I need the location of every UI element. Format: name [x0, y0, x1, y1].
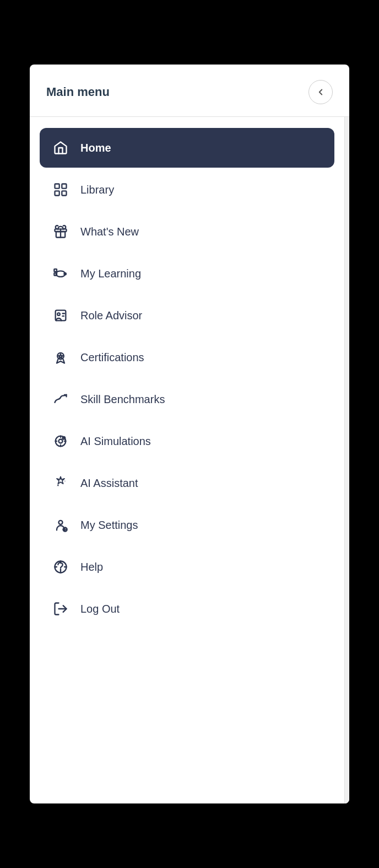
menu-header: Main menu — [30, 65, 349, 117]
sidebar-item-label: What's New — [80, 226, 139, 238]
svg-point-16 — [59, 521, 63, 524]
sidebar-item-ai-simulations[interactable]: AI Simulations — [40, 421, 334, 461]
skill-benchmarks-icon — [51, 389, 71, 409]
phone-frame: Main menu Home — [0, 0, 379, 868]
library-icon — [51, 180, 71, 200]
settings-icon — [51, 515, 71, 535]
sidebar-item-label: Certifications — [80, 351, 144, 364]
sidebar-item-label: Help — [80, 561, 103, 574]
sidebar-item-label: Skill Benchmarks — [80, 393, 165, 406]
log-out-icon — [51, 599, 71, 619]
sidebar-item-help[interactable]: Help — [40, 547, 334, 587]
sidebar-item-label: My Learning — [80, 267, 141, 280]
svg-point-14 — [59, 440, 63, 443]
svg-point-10 — [57, 313, 60, 315]
sidebar-item-library[interactable]: Library — [40, 170, 334, 210]
ai-simulations-icon — [51, 431, 71, 451]
sidebar-item-label: AI Simulations — [80, 435, 151, 448]
sidebar-item-label: My Settings — [80, 519, 138, 532]
chevron-left-icon — [316, 87, 326, 97]
certifications-icon — [51, 347, 71, 367]
scrollbar[interactable] — [345, 117, 349, 803]
sidebar-item-skill-benchmarks[interactable]: Skill Benchmarks — [40, 379, 334, 419]
back-button[interactable] — [308, 80, 333, 104]
sidebar-item-my-learning[interactable]: My Learning — [40, 254, 334, 293]
svg-rect-8 — [54, 273, 57, 276]
sidebar-item-my-settings[interactable]: My Settings — [40, 505, 334, 545]
svg-rect-3 — [62, 191, 66, 195]
sidebar-item-home[interactable]: Home — [40, 128, 334, 168]
gift-icon — [51, 222, 71, 242]
sidebar-item-label: AI Assistant — [80, 477, 138, 490]
svg-rect-0 — [55, 184, 59, 189]
sidebar-item-label: Home — [80, 142, 111, 154]
svg-rect-1 — [62, 184, 66, 189]
sidebar-item-certifications[interactable]: Certifications — [40, 337, 334, 377]
sidebar-item-label: Library — [80, 184, 114, 196]
svg-rect-2 — [55, 191, 59, 195]
home-icon — [51, 138, 71, 158]
menu-title: Main menu — [46, 85, 110, 99]
menu-items-list: Home Library — [30, 117, 345, 803]
sidebar-item-role-advisor[interactable]: Role Advisor — [40, 296, 334, 335]
sidebar-item-label: Log Out — [80, 603, 120, 615]
sidebar-item-label: Role Advisor — [80, 309, 142, 322]
menu-container: Main menu Home — [30, 65, 349, 803]
help-icon — [51, 557, 71, 577]
svg-marker-12 — [58, 354, 63, 358]
svg-point-6 — [64, 273, 66, 275]
my-learning-icon — [51, 264, 71, 283]
role-advisor-icon — [51, 306, 71, 325]
svg-rect-7 — [54, 269, 57, 272]
sidebar-item-log-out[interactable]: Log Out — [40, 589, 334, 629]
sidebar-item-ai-assistant[interactable]: AI Assistant — [40, 463, 334, 503]
menu-body: Home Library — [30, 117, 349, 803]
sidebar-item-whats-new[interactable]: What's New — [40, 212, 334, 251]
ai-assistant-icon — [51, 473, 71, 493]
